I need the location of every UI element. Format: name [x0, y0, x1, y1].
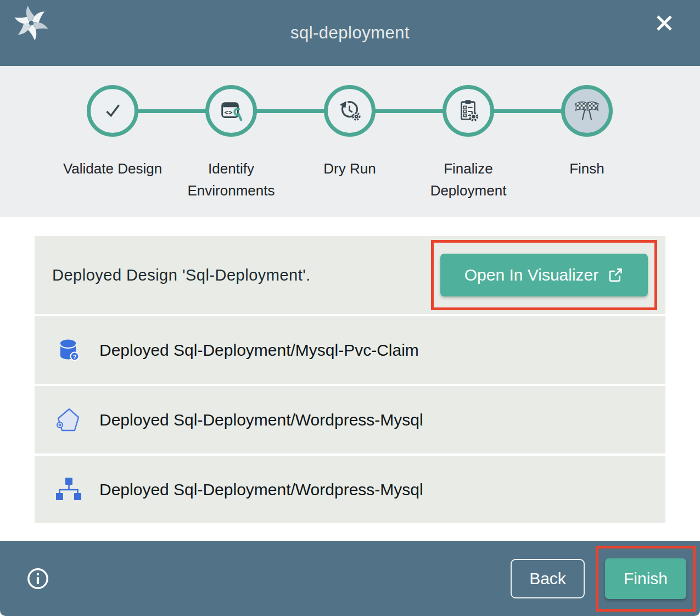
- svg-text:?: ?: [73, 353, 77, 360]
- svg-text:<>: <>: [225, 108, 233, 116]
- step-validate-design: Validate Design: [53, 85, 172, 201]
- hierarchy-tree-icon: [55, 477, 81, 503]
- deploy-summary-card: Deployed Design 'Sql-Deployment'. Open I…: [35, 236, 665, 314]
- deployed-item-row: ? Deployed Sql-Deployment/Mysql-Pvc-Clai…: [35, 316, 665, 384]
- check-icon: [100, 98, 125, 124]
- clipboard-gear-icon: [456, 98, 481, 124]
- wizard-stepper: Validate Design <> Identify Environme: [0, 66, 700, 217]
- step-circle-identify-environments[interactable]: <>: [205, 85, 257, 137]
- back-button[interactable]: Back: [511, 559, 585, 598]
- open-in-visualizer-label: Open In Visualizer: [464, 266, 599, 284]
- step-label: Dry Run: [323, 158, 376, 180]
- step-dry-run: Dry Run: [290, 85, 409, 201]
- code-wrench-icon: <>: [219, 98, 244, 124]
- step-label: Validate Design: [63, 158, 162, 180]
- deployment-wizard-modal: sql-deployment Validate Design: [0, 0, 700, 616]
- meshery-pinwheel-logo: [14, 6, 48, 40]
- open-in-new-icon: [607, 267, 624, 283]
- deployed-item-text: Deployed Sql-Deployment/Wordpress-Mysql: [99, 411, 423, 429]
- step-circle-validate-design[interactable]: [87, 85, 138, 137]
- modal-footer: Back Finish: [0, 541, 700, 616]
- step-identify-environments: <> Identify Environments: [172, 85, 290, 201]
- step-label: Finsh: [569, 158, 604, 180]
- step-circle-dry-run[interactable]: [324, 85, 376, 137]
- checkered-flags-icon: [573, 97, 601, 125]
- close-x-icon: [652, 11, 676, 35]
- info-button[interactable]: [26, 567, 49, 590]
- finish-button[interactable]: Finish: [605, 558, 686, 599]
- annotation-box-finish: Finish: [596, 546, 696, 612]
- history-gear-icon: [337, 98, 362, 124]
- annotation-box-visualizer: Open In Visualizer: [431, 240, 657, 310]
- step-finalize-deployment: Finalize Deployment: [409, 85, 528, 201]
- deployed-item-text: Deployed Sql-Deployment/Mysql-Pvc-Claim: [99, 341, 419, 360]
- deployed-item-row: Deployed Sql-Deployment/Wordpress-Mysql: [35, 386, 665, 453]
- results-panel: Deployed Design 'Sql-Deployment'. Open I…: [0, 217, 700, 541]
- step-finish: Finsh: [528, 85, 646, 201]
- info-circle-icon: [26, 567, 49, 590]
- database-question-icon: ?: [55, 337, 81, 363]
- deployed-item-text: Deployed Sql-Deployment/Wordpress-Mysql: [99, 480, 423, 499]
- deployed-item-row: Deployed Sql-Deployment/Wordpress-Mysql: [35, 456, 665, 523]
- step-circle-finish[interactable]: [561, 85, 613, 137]
- step-circle-finalize-deployment[interactable]: [443, 85, 494, 137]
- modal-title: sql-deployment: [290, 23, 410, 43]
- step-label: Identify Environments: [172, 158, 290, 201]
- deploy-summary-text: Deployed Design 'Sql-Deployment'.: [52, 266, 311, 284]
- modal-header: sql-deployment: [0, 0, 700, 66]
- close-button[interactable]: [652, 10, 677, 36]
- step-label: Finalize Deployment: [409, 158, 528, 201]
- open-in-visualizer-button[interactable]: Open In Visualizer: [440, 254, 648, 296]
- pentagon-node-icon: [55, 407, 81, 433]
